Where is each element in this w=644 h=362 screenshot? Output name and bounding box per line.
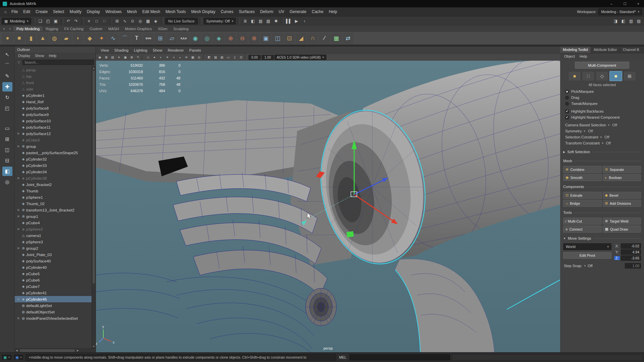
menubar-item[interactable]: UV [276, 8, 287, 15]
outliner-item[interactable]: ◍ defaultLightSet [15, 302, 92, 309]
outliner-item[interactable]: ◈ pSphere3 [15, 239, 92, 245]
edit-pivot-button[interactable]: Edit Pivot [563, 252, 611, 259]
panel-menu-item[interactable]: Panels [186, 48, 204, 53]
close-icon[interactable] [20, 356, 22, 359]
extrude-button[interactable]: ⊡ Extrude [563, 192, 602, 199]
workspace-dropdown[interactable]: Modeling - Standard* [598, 8, 642, 15]
reset-transform-icon[interactable]: 0,0,0 [178, 33, 189, 44]
outliner-item[interactable]: ◈ Joint_Plate_03 [15, 251, 92, 258]
bevel-button[interactable]: ◆ Bevel [603, 192, 641, 199]
polygon-platonic-icon[interactable]: ◆ [84, 33, 95, 44]
polygon-cube-icon[interactable]: ■ [14, 33, 25, 44]
snap-to-projected-center-icon[interactable]: ◎ [137, 18, 144, 25]
use-all-lights-icon[interactable]: ☀ [164, 55, 170, 60]
checkbox-option[interactable]: Highlight Backfaces [563, 108, 641, 114]
outliner-menu-item[interactable]: Display [16, 54, 32, 58]
mash-network-icon[interactable]: ⊞ [155, 33, 166, 44]
field-chart-icon[interactable]: ⊡ [238, 55, 244, 60]
outliner-item[interactable]: ◍ defaultObjectSet [15, 309, 92, 315]
construction-plane-icon[interactable]: ▱ [166, 33, 177, 44]
menubar-item[interactable]: Windows [103, 8, 124, 15]
exposure-field[interactable]: 0.00 [249, 55, 261, 60]
open-render-view-icon[interactable]: ◧ [249, 18, 256, 25]
expand-toggle-icon[interactable]: ⊞ [16, 298, 20, 301]
constraint-row[interactable]: Transform Constraint Off [563, 140, 641, 146]
menubar-item[interactable]: Surfaces [236, 8, 257, 15]
outliner-item[interactable]: ⊞ ⊕ group [15, 143, 92, 149]
outliner-item[interactable]: ⊞ ◍ modelPanel3ViewSelectedSet [15, 315, 92, 321]
shelf-tab[interactable]: Rigging [43, 26, 61, 31]
grease-pencil-icon[interactable]: ✎ [135, 55, 141, 60]
occlusion-icon[interactable]: ◒ [177, 55, 183, 60]
outliner-item[interactable]: ◈ pCylinder1 [15, 92, 92, 99]
view-transform-dropdown[interactable]: ACES 1.0 SDR-video (sRGB) [274, 55, 326, 60]
make-live-icon[interactable]: ◈ [152, 18, 159, 25]
constraint-row[interactable]: Selection Constraint Off [563, 134, 641, 140]
motion-blur-icon[interactable]: ≋ [183, 55, 189, 60]
axis-orientation-dropdown[interactable]: World [563, 243, 611, 250]
checkbox-option[interactable]: Highlight Nearest Component [563, 114, 641, 120]
menubar-item[interactable]: File [9, 8, 20, 15]
outliner-item[interactable]: ◈ Joint_Bracket2 [15, 181, 92, 188]
bridge-shelf-icon[interactable]: ∩ [307, 33, 318, 44]
resolution-gate-icon[interactable]: ▭ [225, 55, 231, 60]
open-scene-icon[interactable]: ◰ [45, 18, 52, 25]
panel-menu-item[interactable]: Show [150, 48, 165, 53]
outliner-item[interactable]: ◈ Thumb_02 [15, 200, 92, 207]
quad-draw-button[interactable]: ▦ Quad Draw [603, 226, 641, 233]
outliner-vertical-scrollbar[interactable]: ▲ ▼ [92, 66, 96, 348]
translate-field[interactable]: 4.94 [621, 249, 641, 255]
outliner-item[interactable]: ◈ pCylinder33 [15, 162, 92, 169]
vertex-face-mode-icon[interactable]: ⊞ [623, 71, 636, 81]
object-mode-icon[interactable]: ■ [568, 71, 581, 81]
taskbar-window-2[interactable] [13, 354, 24, 361]
bookmarks-icon[interactable]: ▾ [116, 55, 122, 60]
smooth-mesh-icon[interactable]: ◉ [190, 33, 201, 44]
separate-shelf-icon[interactable]: ◫ [272, 33, 283, 44]
expand-toggle-icon[interactable]: ⊞ [16, 247, 20, 250]
menubar-item[interactable]: Generate [287, 8, 309, 15]
mirror-shelf-icon[interactable]: ⇄ [342, 33, 354, 44]
shelf-tab[interactable]: MASH [105, 26, 122, 31]
select-by-hierarchy-icon[interactable]: ≡ [86, 18, 93, 25]
modeling-toolkit-toggle-icon[interactable]: ▤ [635, 18, 642, 25]
redo-icon[interactable]: ↷ [73, 18, 80, 25]
pause-viewport-icon[interactable]: ▌▌ [285, 18, 292, 25]
menubar-item[interactable]: Curves [218, 8, 236, 15]
bridge-button[interactable]: ∩ Bridge [563, 200, 602, 207]
outliner-item[interactable]: ⊞ ⊕ group1 [15, 213, 92, 220]
quad-draw-shelf-icon[interactable]: ▦ [331, 33, 342, 44]
rotate-tool-icon[interactable]: ↻ [2, 93, 12, 102]
tools-section-header[interactable]: Tools [563, 209, 641, 216]
combine-shelf-icon[interactable]: ▣ [260, 33, 271, 44]
outliner-item[interactable]: ◈ pasted__polySurfaceShape25 [15, 149, 92, 156]
edge-mode-icon[interactable]: ◇ [596, 71, 608, 81]
scale-tool-icon[interactable]: ◰ [2, 104, 12, 113]
outliner-menu-item[interactable]: Show [33, 54, 46, 58]
render-settings-icon[interactable]: ✱ [272, 18, 279, 25]
live-surface-field[interactable]: No Live Surface [165, 18, 198, 24]
move-settings-section[interactable]: Move Settings [563, 235, 641, 242]
outliner-item[interactable]: ◈ pCylinder40 [15, 264, 92, 270]
vertex-mode-icon[interactable]: ∷ [582, 71, 595, 81]
textured-mode-icon[interactable]: ◐ [158, 55, 164, 60]
right-panel-tab[interactable]: Modeling Toolkit [560, 47, 591, 53]
menubar-item[interactable]: Edit Mesh [140, 8, 163, 15]
shadows-icon[interactable]: ◑ [171, 55, 176, 60]
polygon-cone-icon[interactable]: ▲ [37, 33, 48, 44]
scroll-left-icon[interactable]: ◀ [15, 349, 19, 353]
select-tool-icon[interactable]: ↖ [2, 50, 12, 59]
expand-toggle-icon[interactable]: ⊞ [16, 208, 20, 212]
outliner-item[interactable]: ⊞ ◈ pSphere2 [15, 226, 92, 232]
menubar-item[interactable]: Deform [257, 8, 276, 15]
collapse-arrow-icon[interactable] [301, 18, 308, 25]
outliner-item[interactable]: △ front [15, 79, 92, 86]
polygon-plane-icon[interactable]: ▰ [61, 33, 72, 44]
subdiv-proxy-icon[interactable]: ◎ [202, 33, 213, 44]
two-d-pan-zoom-icon[interactable]: ⊞ [129, 55, 135, 60]
combine-button[interactable]: ⊕ Combine [563, 166, 602, 173]
lasso-tool-icon[interactable]: ⌒ [2, 61, 12, 70]
isolate-select-icon[interactable]: ◩ [206, 55, 212, 60]
toolkit-menu-item[interactable]: Object [562, 54, 577, 58]
select-by-object-icon[interactable]: □ [93, 18, 100, 25]
